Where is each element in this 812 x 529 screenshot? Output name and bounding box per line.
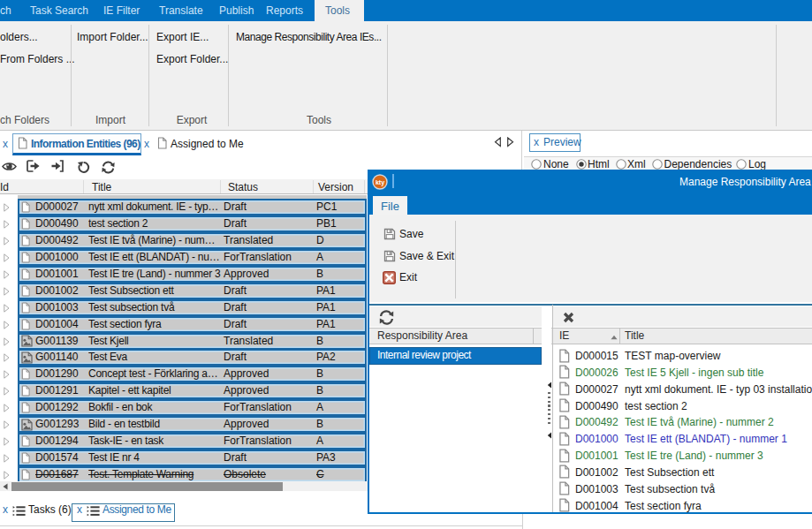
svg-text:kty: kty: [376, 179, 384, 186]
